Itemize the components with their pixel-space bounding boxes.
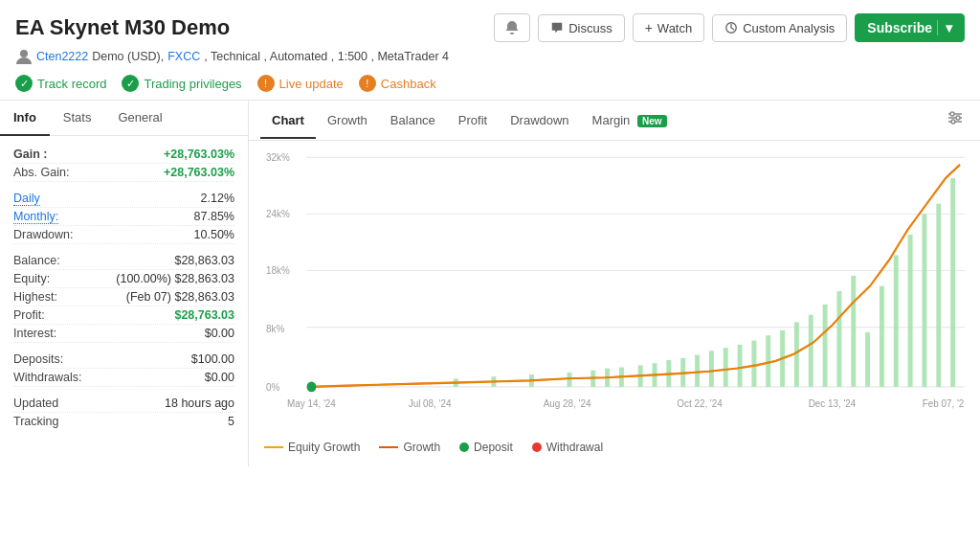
discuss-label: Discuss [568,21,612,35]
header-actions: Discuss + Watch Custom Analysis Subscrib… [494,13,965,42]
chart-tab-balance[interactable]: Balance [379,103,447,139]
stat-value-deposits: $100.00 [191,352,234,366]
gap4 [13,387,234,395]
chart-tab-profit[interactable]: Profit [447,103,499,139]
stat-value-profit: $28,763.03 [174,308,234,322]
svg-text:Dec 13, '24: Dec 13, '24 [809,398,857,409]
chart-tab-growth[interactable]: Growth [316,103,379,139]
stat-value-equity: (100.00%) $28,863.03 [116,272,234,285]
svg-text:Feb 07, '25: Feb 07, '25 [923,398,965,409]
header: EA Skynet M30 Demo Discuss + Watch [0,0,980,101]
legend-deposit-label: Deposit [474,441,513,454]
stat-row-profit: Profit: $28,763.03 [13,306,234,325]
svg-text:Oct 22, '24: Oct 22, '24 [677,398,723,409]
svg-text:Aug 28, '24: Aug 28, '24 [544,398,591,409]
stat-label-highest: Highest: [13,290,57,304]
tab-general[interactable]: General [104,101,175,136]
svg-rect-42 [880,286,884,387]
bell-button[interactable] [494,13,530,42]
chart-legend: Equity Growth Growth Deposit Withdrawal [264,433,965,458]
user-link[interactable]: Cten2222 [36,50,88,63]
svg-point-48 [307,382,317,393]
subscribe-label: Subscribe [867,20,932,35]
svg-point-7 [951,120,955,124]
stat-row-drawdown: Drawdown: 10.50% [13,226,234,244]
stat-value-abs-gain: +28,763.03% [164,166,234,179]
bell-icon [504,20,520,35]
trading-privileges-label: Trading privileges [144,77,241,91]
gap2 [13,244,234,252]
svg-point-6 [956,116,960,120]
badge-track-record: ✓ Track record [15,75,106,92]
watch-label: Watch [657,21,692,35]
svg-rect-46 [936,204,941,387]
broker-link[interactable]: FXCC [167,50,200,63]
svg-point-5 [950,112,954,116]
custom-analysis-button[interactable]: Custom Analysis [712,14,847,42]
discuss-button[interactable]: Discuss [538,14,625,42]
stat-value-balance: $28,863.03 [174,254,234,267]
tab-stats[interactable]: Stats [50,101,105,136]
svg-text:8k%: 8k% [266,324,284,334]
stat-label-interest: Interest: [13,327,56,340]
watch-button[interactable]: + Watch [633,13,705,42]
check-icon-track: ✓ [15,75,33,92]
chart-area: 32k% 24k% 18k% 8k% 0% [249,141,980,466]
svg-rect-33 [751,341,756,387]
subscribe-area: Subscribe ▾ [855,13,965,42]
new-badge: New [637,115,667,127]
svg-rect-41 [865,332,870,387]
legend-equity-growth-label: Equity Growth [288,441,360,454]
gap1 [13,182,234,190]
tab-info[interactable]: Info [0,101,50,136]
stat-value-monthly: 87.85% [194,210,234,223]
stat-value-updated: 18 hours ago [165,397,234,410]
stat-row-balance: Balance: $28,863.03 [13,252,234,270]
stat-row-withdrawals: Withdrawals: $0.00 [13,369,234,387]
stat-label-abs-gain: Abs. Gain: [13,166,69,179]
stat-row-daily: Daily 2.12% [13,190,234,208]
info-icon-cashback: ! [359,75,376,92]
svg-text:Jul 08, '24: Jul 08, '24 [409,398,452,409]
header-top: EA Skynet M30 Demo Discuss + Watch [15,13,965,42]
stat-value-interest: $0.00 [205,327,234,340]
account-details: , Technical , Automated , 1:500 , MetaTr… [204,50,449,63]
gap3 [13,343,234,351]
legend-deposit: Deposit [459,441,513,454]
subscribe-caret[interactable]: ▾ [937,20,952,35]
stat-row-interest: Interest: $0.00 [13,325,234,343]
chart-tab-drawdown[interactable]: Drawdown [499,103,580,139]
svg-rect-31 [724,348,728,387]
chart-tab-margin[interactable]: Margin New [581,103,679,139]
track-record-label: Track record [37,77,106,91]
header-meta: Cten2222 Demo (USD), FXCC , Technical , … [15,48,965,65]
chart-settings-button[interactable] [942,101,969,140]
svg-text:0%: 0% [266,382,279,393]
svg-rect-39 [836,291,841,387]
discuss-icon [550,21,564,34]
badges: ✓ Track record ✓ Trading privileges ! Li… [15,73,965,92]
withdrawal-dot [532,442,542,452]
stat-row-monthly: Monthly: 87.85% [13,208,234,226]
legend-growth: Growth [379,441,440,454]
stat-label-monthly: Monthly: [13,210,58,223]
stat-label-drawdown: Drawdown: [13,228,74,241]
stat-value-tracking: 5 [228,415,234,428]
svg-rect-43 [894,255,899,386]
stat-row-deposits: Deposits: $100.00 [13,351,234,369]
svg-rect-44 [908,235,913,387]
svg-point-1 [20,50,28,57]
chart-tabs: Chart Growth Balance Profit Drawdown Mar… [249,101,980,141]
legend-growth-label: Growth [403,441,440,454]
svg-rect-32 [738,345,743,387]
user-avatar-icon [15,48,33,65]
stat-value-drawdown: 10.50% [194,228,234,241]
subscribe-button[interactable]: Subscribe ▾ [855,13,965,42]
page-title: EA Skynet M30 Demo [15,15,230,40]
svg-rect-38 [823,305,828,387]
svg-rect-29 [695,355,700,387]
chart-tab-chart[interactable]: Chart [260,103,316,139]
svg-rect-47 [950,178,955,387]
svg-text:May 14, '24: May 14, '24 [287,398,336,409]
stat-label-profit: Profit: [13,308,45,322]
